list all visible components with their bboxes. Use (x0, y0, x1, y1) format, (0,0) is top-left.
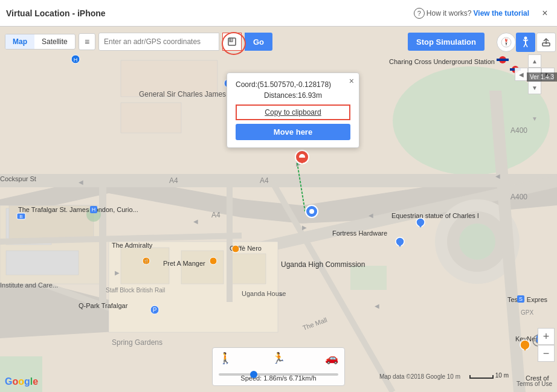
shopping-icon: S (517, 295, 525, 306)
svg-point-65 (309, 209, 314, 214)
svg-text:▼: ▼ (532, 115, 538, 122)
search-input[interactable] (98, 33, 219, 51)
svg-text:B: B (19, 214, 22, 219)
cockspur-label: Cockspur St (0, 175, 36, 182)
svg-text:P: P (153, 307, 157, 313)
uganda-house-label: Uganda House (242, 290, 286, 297)
scale-bar: 10 m (469, 372, 509, 379)
nav-left[interactable]: ◀ (515, 68, 528, 81)
svg-text:▶: ▶ (302, 224, 307, 231)
map-tab[interactable]: Map (5, 34, 34, 49)
save-icon-button[interactable] (222, 33, 242, 51)
uganda-high-label: Uganda High Commission (281, 260, 365, 270)
svg-text:A400: A400 (510, 193, 527, 201)
terms-of-use[interactable]: Terms of Use (517, 381, 552, 387)
svg-text:H: H (74, 57, 78, 63)
compass-button[interactable]: N (497, 33, 516, 52)
charing-cross-label: Charing Cross Underground Station (389, 54, 509, 66)
popup-distance: Distances:16.93m (236, 91, 350, 100)
search-bar: ≡ Go (79, 33, 272, 51)
speed-bar: 🚶 🏃 🚗 Speed: 1.86m/s 6.71km/h (212, 347, 345, 386)
svg-text:◀: ◀ (495, 173, 500, 179)
share-button[interactable] (536, 33, 556, 52)
svg-text:A4: A4 (211, 211, 221, 219)
google-logo: Google (5, 376, 38, 387)
institute-label: Institute and Care... (0, 281, 58, 290)
zoom-controls: + − (538, 328, 555, 362)
svg-text:A400: A400 (510, 126, 527, 135)
svg-point-19 (459, 223, 495, 260)
svg-rect-3 (0, 174, 557, 187)
svg-line-58 (524, 43, 526, 47)
orange-marker (520, 339, 530, 355)
copy-clipboard-button[interactable]: Copy to clipboard (236, 104, 350, 120)
staff-block-label: Staff Block British Rail (106, 287, 165, 294)
trafalgar-label: The Trafalgar St. James London, Curio... (18, 205, 138, 214)
nav-down[interactable]: ▼ (528, 81, 541, 94)
food-icon-caffe (231, 245, 240, 258)
pret-label: Pret A Manger (163, 260, 205, 267)
how-it-works: ? How it works? View the tutorial (414, 8, 529, 19)
app-title: Virtual Location - iPhone (6, 8, 106, 18)
equestrian-label: Equestrian statue of Charles I (391, 211, 479, 220)
list-icon[interactable]: ≡ (79, 33, 95, 50)
stop-simulation-button[interactable]: Stop Simulation (408, 33, 485, 51)
blue-marker (395, 237, 405, 251)
bus-icon: B (16, 211, 26, 223)
svg-text:🍴: 🍴 (143, 258, 149, 264)
svg-rect-16 (121, 103, 181, 133)
scale-label: 10 m (495, 372, 509, 379)
map-data-attribution: Map data ©2018 Google 10 m (379, 373, 460, 380)
close-button[interactable]: × (539, 7, 551, 19)
svg-point-78 (232, 245, 239, 252)
location-pin (295, 150, 309, 172)
svg-line-59 (526, 43, 527, 47)
qpark-label: Q-Park Trafalgar (79, 302, 127, 309)
food-icon-pret (209, 257, 217, 270)
version-badge: Ver 1.4.3 (527, 72, 557, 82)
satellite-tab[interactable]: Satellite (34, 34, 75, 49)
location-popup: × Coord:(51.507570,-0.128178) Distances:… (227, 72, 359, 148)
go-button[interactable]: Go (245, 33, 272, 51)
walk-speed-icon[interactable]: 🚶 (219, 352, 232, 365)
speed-icons: 🚶 🏃 🚗 (219, 352, 338, 365)
speed-slider[interactable] (219, 373, 338, 376)
how-it-works-label: How it works? (427, 9, 472, 18)
svg-text:A4: A4 (169, 176, 178, 185)
zoom-in-button[interactable]: + (538, 328, 555, 345)
car-speed-icon[interactable]: 🚗 (325, 352, 338, 365)
speed-slider-container (219, 367, 338, 372)
scale-line (469, 375, 494, 379)
nav-up[interactable]: ▲ (528, 54, 541, 68)
popup-close-button[interactable]: × (349, 76, 354, 86)
view-tutorial-link[interactable]: View the tutorial (474, 9, 529, 18)
top-bar: Virtual Location - iPhone ? How it works… (0, 0, 557, 27)
food-icon-admiralty: 🍴 (142, 257, 150, 270)
svg-text:A4: A4 (260, 176, 269, 185)
equestrian-marker (416, 217, 425, 232)
tesco-label: Tesco Expres (507, 296, 547, 303)
svg-text:◀: ◀ (193, 218, 198, 225)
parking-icon: P (150, 305, 159, 317)
fortress-label: Fortress Hardware (332, 230, 387, 237)
svg-rect-14 (230, 254, 266, 284)
svg-text:H: H (92, 207, 96, 213)
popup-coordinates: Coord:(51.507570,-0.128178) (236, 80, 350, 89)
move-here-button[interactable]: Move here (236, 124, 350, 140)
svg-rect-9 (6, 251, 79, 275)
gpx-label: GPX (521, 309, 533, 316)
hospital-icon: H (71, 54, 80, 66)
top-bar-right: ? How it works? View the tutorial × (414, 7, 551, 19)
walk-mode-button[interactable] (516, 33, 535, 52)
map-type-controls: Map Satellite (5, 34, 76, 50)
spring-gardens-label: Spring Gardens (112, 338, 163, 347)
zoom-out-button[interactable]: − (538, 345, 555, 362)
run-speed-icon[interactable]: 🏃 (272, 352, 285, 365)
help-icon: ? (414, 8, 425, 19)
svg-text:◀: ◀ (79, 179, 83, 185)
svg-rect-46 (228, 38, 236, 45)
admiralty-label: The Admiralty (112, 242, 152, 249)
svg-rect-63 (497, 59, 509, 61)
map-container: ▼ ▶ ◀ ◀ ▶ ◀ ▼ ▼ ◀ ▶ ▲ ◀ A4 A4 A4 A400 A4… (0, 0, 557, 392)
hotel-icon: H (89, 205, 98, 216)
